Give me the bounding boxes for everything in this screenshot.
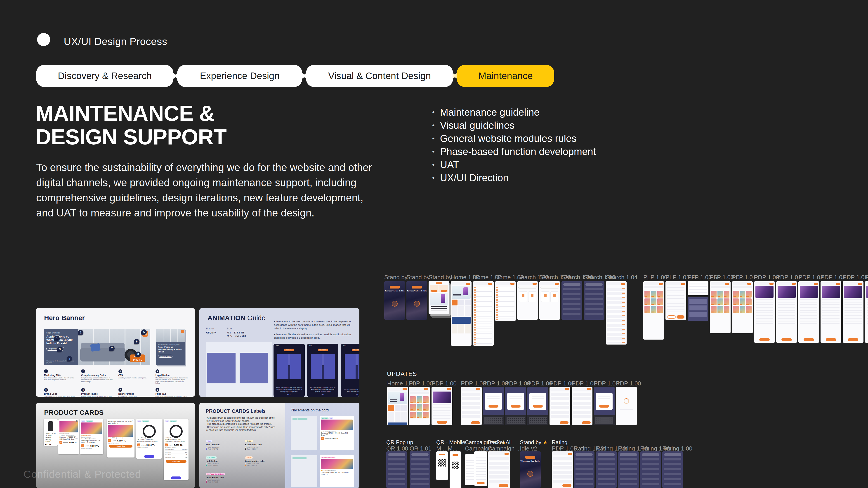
- banner-mobile-variant: iPad Pro ve iPad mini için geçerli Apple…: [156, 329, 185, 365]
- flow-screen-label: PLP 1.00: [643, 274, 668, 281]
- price-row: 377 TL: [45, 443, 57, 446]
- badge-text-color: Text • D7026B: [206, 481, 240, 483]
- flow-screen-title: Stand by ★: [520, 439, 548, 446]
- bullet-icon: •: [432, 135, 435, 142]
- annotation-pin-7: 7: [109, 346, 115, 351]
- screen-thumbnail-modalkbd: [505, 387, 526, 425]
- pagination-dots: •••: [341, 393, 360, 395]
- rating-value: 4.3 (547 Değerlendirme): [61, 434, 74, 436]
- screen-flow-strip-main: Stand by ...Teknosa'ya Hoş GeldinStand b…: [384, 274, 868, 351]
- slide-heading: MAINTENANCE & DESIGN SUPPORT: [35, 102, 226, 149]
- mobile-banner-text: iPad Pro ve iPad mini için geçerli Apple…: [156, 342, 185, 359]
- placements-title: Placements on the card: [291, 408, 354, 412]
- deliverable-item: •Maintenance guideline: [432, 106, 596, 119]
- legend-number: 7: [119, 388, 122, 392]
- badge-text-color: Text • 20B8A0: [206, 465, 240, 466]
- annotation-pin-5: 5: [141, 329, 147, 335]
- teknosa-logo: TEKNOSA: [352, 349, 360, 351]
- deliverable-item: •General website modules rules: [432, 132, 596, 145]
- price-row: %56.100 TL5.699 TL: [108, 439, 133, 442]
- deliverable-label: Visual guidelines: [440, 120, 515, 131]
- legend-number: 2: [81, 369, 85, 373]
- product-title: Jbl T500BT Kulak Üstü Mikrofonlu Kablosu…: [165, 439, 187, 443]
- animation-meta: Format GIF, MP4 Size M x375 x 375 M 2x75…: [206, 327, 246, 338]
- discount-badge: %5: [108, 439, 111, 442]
- brand-logo: [37, 33, 50, 46]
- process-step-experience-design[interactable]: Experience Design: [177, 65, 302, 87]
- teknosa-logo: TEKNOSA: [284, 349, 294, 351]
- flow-screen-label: PDP 1.00: [483, 380, 508, 387]
- badge-base-color: Base • FDF2D2: [245, 447, 279, 448]
- animation-placeholder-area: [206, 342, 272, 397]
- product-title: Samsung 40T5300 40" 100 Ekran FHD Smart …: [59, 436, 78, 440]
- couch-illustration: [80, 348, 125, 361]
- legend-description: Max. 130 characters, only include the mi…: [156, 377, 188, 385]
- banner-legal-notice: *Kampanya, 20-31 Mayıs tarihleri arasınd…: [46, 360, 78, 363]
- labels-title-rest: Labels: [251, 408, 266, 414]
- screen-thumbnail-home: [451, 281, 471, 346]
- deliverable-item: •Visual guidelines: [432, 119, 596, 132]
- annotation-pin-1: 1: [54, 336, 60, 341]
- onboarding-caption: Sadece size özel bir deneyimle özel kamp…: [343, 388, 360, 392]
- screen-flow-strip-bottom: QR Pop upQR 1.00QR 1.01QR - MobileM... M…: [386, 439, 714, 488]
- screen-thumbnail-list: [606, 281, 627, 345]
- deliverable-label: General website modules rules: [440, 133, 577, 144]
- placement-sample-card: Çok Satan Yeni ★ 4.3 (547 Değerlendirme)…: [320, 416, 354, 450]
- screen-thumbnail-promo: [429, 281, 450, 314]
- badge-placeholder: [298, 418, 307, 420]
- banner-headline: Apple iPhone ve Watch'larda Büyük İndiri…: [46, 335, 76, 345]
- process-step-discovery-research[interactable]: Discovery & Research: [36, 65, 174, 87]
- sample-price-old: 6.400 TL: [324, 437, 330, 439]
- price-row: %56.899 TL5.699 TL: [81, 445, 102, 447]
- stock-label: Tükenmek Üzere: [81, 435, 102, 436]
- bullet-icon: •: [432, 148, 435, 156]
- flow-screen-label: M... M...: [436, 445, 458, 452]
- screen-caption: Teknosa'ya Hoş Geldin: [385, 290, 405, 292]
- annotation-pin-8: 8: [135, 352, 141, 357]
- legend-label: CTA: [119, 374, 151, 377]
- price-old: 6.899 TL: [85, 445, 90, 447]
- animation-notes: • Animations to be used on onboard scree…: [274, 320, 353, 342]
- flow-screen-label: PDP 1.01: [776, 274, 801, 281]
- discount-badge: %5: [59, 441, 62, 444]
- animation-title-bold: ANIMATION: [208, 314, 246, 322]
- legend-item: 3CTAAdded dynamically from the admin pan…: [119, 369, 151, 385]
- flow-screen-label: PDP 1.03: [820, 274, 846, 281]
- screen-thumbnail-spinner: [616, 387, 637, 425]
- process-step-visual-content-design[interactable]: Visual & Content Design: [306, 65, 453, 87]
- flow-screen-label: Rating 1.00: [662, 445, 692, 452]
- discount-badge: %5: [137, 444, 140, 447]
- screen-thumbnail-cart: [461, 387, 482, 425]
- animation-frame-placeholder: [240, 353, 268, 383]
- mobile-banner-headline: Apple iPhone ve Watch'larda Büyük İndiri…: [158, 346, 183, 353]
- product-badge: Çok Satan: [169, 420, 177, 422]
- expand-toggle[interactable]: [171, 477, 181, 480]
- expand-toggle[interactable]: [144, 455, 154, 458]
- onboarding-illustration: [311, 354, 335, 379]
- price-old: 6.899 TL: [63, 442, 68, 443]
- screen-thumbnail-modalkbd: [483, 387, 504, 425]
- spec-key: Ekran Türü: [165, 454, 171, 455]
- rating-row: ★ 4.3 (547 Değerlendirme): [108, 437, 133, 438]
- banner-eyebrow: Seçili ürünlerde: [46, 332, 76, 334]
- spec-key: Ekran Şekli: [165, 451, 171, 453]
- bookmark-icon: [101, 420, 102, 422]
- bullet-icon: •: [432, 122, 435, 129]
- flow-screen-label: PDP 1.04: [843, 274, 868, 281]
- placement-sample-card: Bu Fiyata Son 10 Ürün ★ 4.3 (547 Değerle…: [320, 455, 354, 487]
- deliverable-label: UX/UI Direction: [440, 172, 508, 184]
- legend-item: 6Product ImageProduct image should be pl…: [81, 387, 114, 397]
- legend-label: Product Image: [81, 392, 114, 395]
- animation-note: • Animations to be used on onboard scree…: [274, 320, 353, 330]
- flow-screen-label: Search 1.04: [606, 274, 638, 281]
- product-price: 5.699 TL: [174, 444, 183, 446]
- spec-key: Dokunmatik Ekran: [165, 457, 175, 458]
- onboarding-phone: 9:41TEKNOSAAlmak istediğiniz ürüne karar…: [274, 344, 305, 397]
- badge-cok-satan: Çok Satan: [321, 417, 329, 419]
- process-step-maintenance[interactable]: Maintenance: [457, 65, 554, 87]
- badge-pill: Yeni: [206, 440, 212, 442]
- screen-thumbnail-menu: [495, 281, 516, 321]
- onboarding-phone: 9:41TEKNOSABirden fazla kredi kartına bö…: [307, 344, 338, 397]
- price-old: 6.899 TL: [141, 445, 146, 446]
- screen-thumbnail-search: [539, 281, 560, 320]
